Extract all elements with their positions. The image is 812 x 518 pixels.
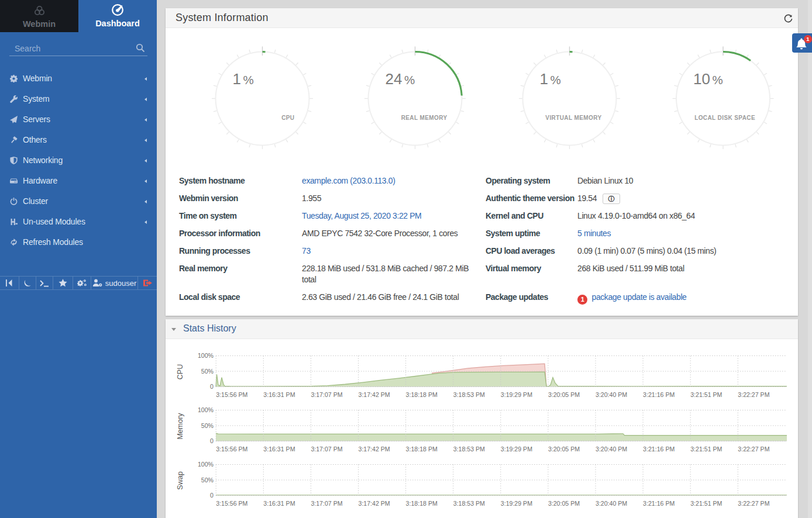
- svg-text:0: 0: [210, 492, 214, 499]
- svg-text:3:16:31 PM: 3:16:31 PM: [263, 500, 295, 507]
- svg-text:100%: 100%: [198, 352, 214, 359]
- svg-text:CPU: CPU: [281, 115, 294, 121]
- svg-text:50%: 50%: [201, 422, 214, 429]
- svg-text:3:17:07 PM: 3:17:07 PM: [311, 500, 342, 507]
- svg-text:3:19:29 PM: 3:19:29 PM: [501, 391, 532, 398]
- svg-text:3:20:05 PM: 3:20:05 PM: [548, 500, 580, 507]
- svg-text:3:15:56 PM: 3:15:56 PM: [216, 391, 247, 398]
- svg-text:3:22:27 PM: 3:22:27 PM: [738, 446, 769, 453]
- svg-text:3:20:40 PM: 3:20:40 PM: [596, 446, 627, 453]
- svg-text:3:20:05 PM: 3:20:05 PM: [548, 391, 580, 398]
- svg-text:3:20:40 PM: 3:20:40 PM: [596, 391, 627, 398]
- svg-text:3:17:07 PM: 3:17:07 PM: [311, 391, 342, 398]
- svg-text:3:22:27 PM: 3:22:27 PM: [738, 500, 769, 507]
- svg-text:10%: 10%: [693, 70, 723, 88]
- svg-text:50%: 50%: [201, 476, 214, 484]
- svg-text:3:18:18 PM: 3:18:18 PM: [406, 446, 438, 453]
- svg-text:3:22:27 PM: 3:22:27 PM: [738, 391, 769, 398]
- svg-text:0: 0: [210, 437, 214, 444]
- svg-text:1%: 1%: [233, 70, 254, 88]
- svg-text:LOCAL DISK SPACE: LOCAL DISK SPACE: [694, 115, 755, 121]
- svg-text:3:21:51 PM: 3:21:51 PM: [690, 391, 722, 398]
- svg-text:3:15:56 PM: 3:15:56 PM: [216, 446, 247, 453]
- svg-text:3:17:42 PM: 3:17:42 PM: [359, 391, 390, 398]
- svg-text:Memory: Memory: [176, 413, 184, 440]
- svg-text:3:17:07 PM: 3:17:07 PM: [311, 446, 342, 453]
- svg-text:3:20:40 PM: 3:20:40 PM: [596, 500, 627, 507]
- svg-text:3:21:51 PM: 3:21:51 PM: [690, 500, 722, 507]
- svg-text:3:18:18 PM: 3:18:18 PM: [406, 500, 438, 507]
- svg-text:24%: 24%: [386, 70, 415, 88]
- svg-text:Swap: Swap: [176, 471, 184, 489]
- svg-text:3:16:31 PM: 3:16:31 PM: [263, 446, 295, 453]
- svg-text:3:15:56 PM: 3:15:56 PM: [216, 500, 247, 507]
- svg-text:REAL MEMORY: REAL MEMORY: [401, 115, 448, 121]
- svg-text:3:19:29 PM: 3:19:29 PM: [501, 500, 532, 507]
- svg-text:3:19:29 PM: 3:19:29 PM: [501, 446, 532, 453]
- svg-text:3:21:16 PM: 3:21:16 PM: [643, 391, 675, 398]
- svg-text:3:17:42 PM: 3:17:42 PM: [359, 446, 390, 453]
- svg-text:3:21:16 PM: 3:21:16 PM: [643, 446, 675, 453]
- svg-text:50%: 50%: [201, 368, 214, 375]
- svg-text:100%: 100%: [198, 406, 214, 413]
- svg-text:3:18:53 PM: 3:18:53 PM: [453, 391, 485, 398]
- svg-text:3:21:16 PM: 3:21:16 PM: [643, 500, 675, 507]
- svg-text:3:18:18 PM: 3:18:18 PM: [406, 391, 438, 398]
- svg-text:3:17:42 PM: 3:17:42 PM: [359, 500, 390, 507]
- svg-text:100%: 100%: [198, 461, 214, 468]
- svg-text:0: 0: [210, 383, 214, 390]
- svg-text:3:18:53 PM: 3:18:53 PM: [453, 446, 485, 453]
- svg-text:3:20:05 PM: 3:20:05 PM: [548, 446, 580, 453]
- svg-text:3:18:53 PM: 3:18:53 PM: [453, 500, 485, 507]
- svg-text:1%: 1%: [540, 70, 561, 88]
- svg-text:3:21:51 PM: 3:21:51 PM: [690, 446, 722, 453]
- svg-text:CPU: CPU: [176, 364, 184, 379]
- svg-text:VIRTUAL MEMORY: VIRTUAL MEMORY: [545, 115, 601, 121]
- svg-text:3:16:31 PM: 3:16:31 PM: [263, 391, 295, 398]
